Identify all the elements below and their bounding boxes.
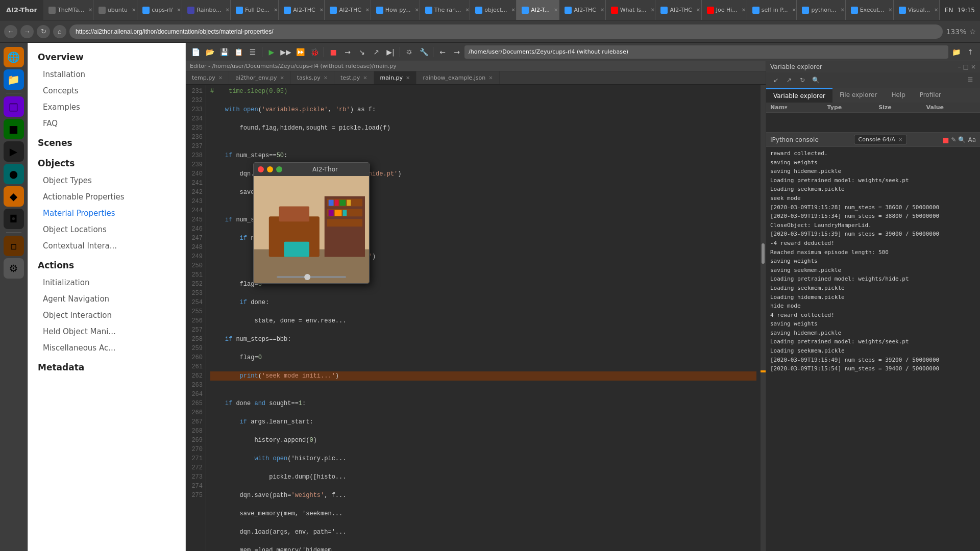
run-btn[interactable]: ▶ [265,45,278,59]
var-btn-reset[interactable]: ↻ [797,74,808,86]
doc-item-material-props[interactable]: Material Properties [28,205,185,221]
tab-close-full-de[interactable]: ✕ [274,7,278,13]
dock-icon-app2[interactable]: ■ [4,119,24,139]
tab-close-ai2thc1[interactable]: ✕ [320,7,324,13]
console-options-btn[interactable]: ✎ [951,136,956,143]
var-settings[interactable]: ☰ [965,74,976,86]
tab-close-object[interactable]: ✕ [511,7,516,13]
console-close-btn[interactable]: Aa [968,136,976,143]
tab-variable-explorer[interactable]: Variable explorer [766,88,832,103]
dock-icon-app5[interactable]: ◘ [4,209,24,229]
browser-tab-cups-rl[interactable]: cups-rl/✕ [137,0,182,20]
tab-close-execut[interactable]: ✕ [888,7,892,13]
console-search-btn[interactable]: 🔍 [958,136,966,143]
tab-close-ubuntu[interactable]: ✕ [132,7,136,13]
browser-tab-the-rant[interactable]: The ran...✕ [420,0,470,20]
var-explorer-minimize[interactable]: – [958,63,961,70]
dock-icon-firefox[interactable]: 🌐 [4,47,24,67]
editor-tab-ai2thor_env-py[interactable]: ai2thor_env.py✕ [229,71,291,84]
console-run-btn[interactable]: ■ [942,136,949,144]
tab-close-cups-rl[interactable]: ✕ [177,7,181,13]
tab-close-ai2-thor-active[interactable]: ✕ [554,7,558,13]
tab-close-the-rant[interactable]: ✕ [465,7,469,13]
spyder-path-selector[interactable]: /home/user/Documents/Zeyu/cups-rl4 (with… [464,45,948,59]
doc-item-faq[interactable]: FAQ [28,115,185,132]
reload-button[interactable]: ↻ [37,25,50,38]
tab-close-joe-hi[interactable]: ✕ [742,7,746,13]
dock-icon-app4[interactable]: ◆ [4,186,24,207]
doc-item-object-interaction[interactable]: Object Interaction [28,307,185,323]
bookmark-icon[interactable]: ☆ [969,28,976,36]
tab-help[interactable]: Help [884,88,912,103]
var-btn-import[interactable]: ↙ [770,74,781,86]
browser-tab-ai2thc3[interactable]: AI2-THC✕ [559,0,605,20]
dock-icon-settings[interactable]: ⚙ [4,258,24,279]
var-btn-search[interactable]: 🔍 [810,74,821,86]
editor-tab-tasks-py[interactable]: tasks.py✕ [291,71,334,84]
section-overview[interactable]: Overview [28,48,185,66]
editor-tab-rainbow_example-json[interactable]: rainbow_example.json✕ [416,71,499,84]
dock-icon-app3[interactable]: ● [4,164,24,184]
dock-icon-terminal[interactable]: ▶ [4,141,24,162]
editor-tab-close[interactable]: ✕ [324,75,328,81]
dock-icon-app6[interactable]: ▫ [4,236,24,256]
sync-btn[interactable]: ↑ [964,45,977,59]
tab-close-ai2thc4[interactable]: ✕ [696,7,700,13]
var-btn-export[interactable]: ↗ [783,74,795,86]
console-tab[interactable]: Console 64/A × [854,135,908,144]
browser-tab-themta[interactable]: TheMTa...✕ [43,0,93,20]
doc-item-initialization[interactable]: Initialization [28,274,185,291]
var-explorer-maximize[interactable]: □ [963,63,969,70]
editor-tab-close[interactable]: ✕ [363,75,367,81]
browser-tab-execut[interactable]: Execut...✕ [846,0,894,20]
doc-item-contextual-intera[interactable]: Contextual Intera... [28,238,185,254]
run-cell-btn[interactable]: ▶▶ [279,45,292,59]
editor-tab-close[interactable]: ✕ [406,75,410,81]
save-all-btn[interactable]: 📋 [232,45,245,59]
forward-button[interactable]: → [20,25,34,38]
doc-item-object-locations[interactable]: Object Locations [28,221,185,238]
url-input[interactable] [69,24,943,39]
editor-tab-close[interactable]: ✕ [488,75,493,81]
tab-close-themta[interactable]: ✕ [88,7,92,13]
browser-tab-visual[interactable]: Visual...✕ [894,0,940,20]
step-btn[interactable]: → [341,45,354,59]
tab-file-explorer[interactable]: File explorer [832,88,884,103]
section-objects[interactable]: Objects [28,154,185,172]
doc-item-examples[interactable]: Examples [28,99,185,115]
tab-close-ai2thc3[interactable]: ✕ [600,7,604,13]
popup-maximize-btn[interactable] [276,166,282,172]
browser-tab-ai2-thor-active[interactable]: AI2-T...✕ [517,0,559,20]
tab-close-how-py[interactable]: ✕ [415,7,419,13]
continue-btn[interactable]: ▶| [384,45,397,59]
section-metadata[interactable]: Metadata [28,358,185,377]
debug-btn[interactable]: 🐞 [308,45,321,59]
browser-tab-python[interactable]: python...✕ [797,0,845,20]
forward-nav-btn[interactable]: → [450,45,463,59]
doc-item-held-object[interactable]: Held Object Mani... [28,323,185,340]
save-btn[interactable]: 💾 [217,45,231,59]
doc-item-actionable-props[interactable]: Actionable Properties [28,189,185,205]
popup-slider[interactable] [277,276,346,278]
doc-item-agent-navigation[interactable]: Agent Navigation [28,291,185,307]
tab-close-what-is[interactable]: ✕ [651,7,655,13]
settings-btn[interactable]: ⛭ [403,45,416,59]
tab-close-rainbow[interactable]: ✕ [226,7,230,13]
console-tab-close[interactable]: × [898,137,902,142]
browser-tab-ai2thc4[interactable]: AI2-THC✕ [655,0,701,20]
code-content[interactable]: # time.sleep(0.05) with open('variables.… [206,85,761,551]
dock-icon-files[interactable]: 📁 [4,69,24,90]
browser-tab-ai2thc2[interactable]: AI2-THC✕ [325,0,371,20]
back-button[interactable]: ← [4,25,17,38]
step-into-btn[interactable]: ↘ [355,45,369,59]
doc-item-concepts[interactable]: Concepts [28,83,185,99]
tab-close-visual[interactable]: ✕ [934,7,938,13]
step-return-btn[interactable]: ↗ [370,45,383,59]
doc-item-misc-actions[interactable]: Miscellaneous Ac... [28,340,185,356]
editor-tab-close[interactable]: ✕ [218,75,223,81]
doc-item-object-types[interactable]: Object Types [28,172,185,189]
popup-minimize-btn[interactable] [267,166,273,172]
editor-tab-main-py[interactable]: main.py✕ [374,71,417,84]
popup-close-btn[interactable] [258,166,264,172]
editor-tab-test-py[interactable]: test.py✕ [334,71,374,84]
